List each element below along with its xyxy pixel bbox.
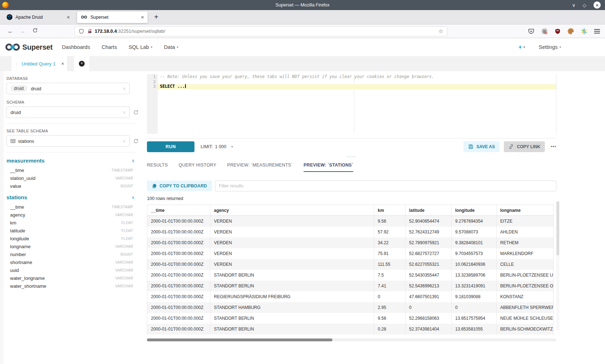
ublock-icon[interactable]: UO bbox=[555, 28, 561, 35]
table-row: 2000-01-01T00:00:00.000Z VERDEN 75.91 52… bbox=[147, 248, 553, 259]
shield-icon[interactable] bbox=[79, 28, 84, 34]
table-cell: 111.55 bbox=[374, 259, 405, 270]
column-name: shortname bbox=[10, 260, 32, 265]
run-button[interactable]: RUN bbox=[147, 141, 194, 152]
table-cell: 75.91 bbox=[374, 248, 405, 259]
table-cell: 0 bbox=[405, 302, 452, 313]
schema-table-stations[interactable]: stations bbox=[6, 194, 27, 200]
table-cell: 0 bbox=[452, 302, 497, 313]
schema-select[interactable]: druid ∨ bbox=[6, 106, 130, 118]
limit-value: 1 000 bbox=[215, 144, 226, 149]
add-query-tab-button[interactable]: + bbox=[74, 56, 89, 71]
nav-data[interactable]: Data▾ bbox=[164, 44, 178, 50]
table-cell: VERDEN bbox=[210, 216, 374, 227]
sql-statement-line: SELECT ... bbox=[158, 84, 556, 89]
window-maximize-icon[interactable]: ◇ bbox=[583, 3, 586, 8]
nav-dashboards[interactable]: Dashboards bbox=[62, 44, 90, 50]
horizontal-scrollbar-thumb[interactable] bbox=[147, 338, 332, 341]
vertical-scrollbar[interactable] bbox=[556, 201, 559, 330]
browser-tab-superset[interactable]: Superset × bbox=[77, 12, 148, 23]
firefox-icon bbox=[2, 2, 9, 8]
schema-label: SCHEMA bbox=[6, 100, 142, 104]
table-cell: 7.41 bbox=[374, 281, 405, 291]
nav-charts[interactable]: Charts bbox=[102, 44, 117, 50]
cookie-icon[interactable] bbox=[568, 28, 574, 35]
table-cell: 7.5 bbox=[374, 270, 405, 281]
sql-empty-line bbox=[158, 79, 556, 85]
pane-splitter[interactable]: •••• bbox=[147, 155, 556, 159]
table-cell: 2000-01-01T00:00:00.000Z bbox=[147, 302, 210, 313]
horizontal-scrollbar[interactable] bbox=[147, 338, 556, 341]
tab-preview-measurements[interactable]: PREVIEW: `MEASUREMENTS` bbox=[227, 159, 293, 172]
table-cell: VERDEN bbox=[210, 237, 374, 248]
column-header[interactable]: latitude bbox=[405, 205, 452, 215]
forward-icon[interactable]: → bbox=[17, 28, 29, 35]
settings-menu[interactable]: Settings▾ bbox=[539, 44, 561, 50]
column-header[interactable]: __time bbox=[147, 205, 210, 215]
column-header[interactable]: longname bbox=[497, 205, 553, 215]
tab-results[interactable]: RESULTS bbox=[147, 159, 168, 172]
table-cell: 13.6517575954 bbox=[452, 313, 497, 324]
table-cell: STANDORT BERLIN bbox=[210, 324, 374, 335]
pocket-icon[interactable] bbox=[528, 28, 534, 35]
tab-preview-stations[interactable]: PREVIEW: `STATIONS` bbox=[304, 159, 353, 172]
more-options-icon[interactable]: ••• bbox=[551, 144, 556, 149]
query-tabstrip: ⋮ Untitled Query 1 × + bbox=[0, 56, 605, 71]
tab-query-history[interactable]: QUERY HISTORY bbox=[179, 159, 216, 172]
browser-tab-apache-druid[interactable]: Apache Druid × bbox=[3, 12, 73, 23]
column-type: FLOAT bbox=[121, 229, 133, 233]
tab-close-icon[interactable]: × bbox=[141, 14, 144, 20]
window-minimize-icon[interactable]: ∨ bbox=[572, 3, 575, 8]
extension-asterisk-icon[interactable] bbox=[581, 28, 587, 35]
collapse-chevron-up-icon[interactable]: ∧ bbox=[131, 158, 135, 163]
editor-code[interactable]: -- Note: Unless you save your query, the… bbox=[158, 74, 556, 134]
table-cell: STANDORT BERLIN bbox=[210, 281, 374, 291]
refresh-schema-icon[interactable] bbox=[133, 110, 139, 115]
table-select[interactable]: stations ∨ bbox=[6, 135, 130, 147]
menu-icon[interactable] bbox=[594, 29, 600, 33]
column-name: value bbox=[10, 183, 21, 189]
brand-title[interactable]: Superset bbox=[22, 43, 53, 51]
back-icon[interactable]: ← bbox=[4, 28, 17, 35]
filter-results-input[interactable] bbox=[215, 181, 556, 191]
reload-icon[interactable] bbox=[29, 28, 41, 35]
schema-table-measurements[interactable]: measurements bbox=[6, 158, 45, 164]
tab-close-icon[interactable]: × bbox=[67, 14, 70, 20]
url-text: 172.18.0.4:32251/superset/sqllab/ bbox=[95, 28, 165, 34]
column-type: VARCHAR bbox=[115, 213, 133, 217]
refresh-table-icon[interactable] bbox=[133, 138, 139, 144]
query-tab-untitled-query-1[interactable]: ⋮ Untitled Query 1 × bbox=[11, 56, 68, 71]
copy-to-clipboard-button[interactable]: COPY TO CLIPBOARD bbox=[147, 181, 212, 191]
privacy-badger-icon[interactable] bbox=[541, 28, 548, 35]
url-field[interactable]: 172.18.0.4:32251/superset/sqllab/ ☆ bbox=[75, 26, 447, 36]
new-tab-button[interactable]: + bbox=[154, 13, 158, 21]
table-cell: AHLDEN bbox=[497, 227, 553, 237]
nav-sql-lab[interactable]: SQL Lab▾ bbox=[129, 44, 152, 50]
column-header[interactable]: km bbox=[374, 205, 405, 215]
table-cell: 13.653581055 bbox=[452, 324, 497, 335]
copy-link-button[interactable]: COPY LINK bbox=[504, 141, 545, 152]
schema-column-row: uuid VARCHAR bbox=[6, 266, 133, 274]
insecure-lock-icon[interactable] bbox=[87, 28, 93, 34]
table-value: stations bbox=[18, 138, 34, 144]
url-path: :32251/superset/sqllab/ bbox=[117, 28, 165, 34]
bookmark-star-icon[interactable]: ☆ bbox=[439, 28, 443, 35]
query-tab-label: Untitled Query 1 bbox=[22, 61, 55, 67]
table-cell: 2000-01-01T00:00:00.000Z bbox=[147, 324, 210, 335]
limit-dropdown[interactable]: LIMIT: 1 000 ▾ bbox=[201, 144, 233, 149]
database-select[interactable]: druid druid ∨ bbox=[6, 83, 130, 94]
query-tab-close-icon[interactable]: × bbox=[61, 61, 64, 67]
drag-handle-icon[interactable]: ⋮ bbox=[15, 61, 19, 66]
collapse-chevron-up-icon[interactable]: ∧ bbox=[131, 195, 135, 200]
column-type: VARCHAR bbox=[115, 176, 133, 180]
new-item-button[interactable]: +▾ bbox=[519, 44, 525, 51]
save-as-button[interactable]: SAVE AS bbox=[463, 141, 499, 152]
table-cell: 57.92 bbox=[374, 227, 405, 237]
window-close-icon[interactable]: × bbox=[593, 1, 601, 9]
rows-returned-text: 100 rows returned bbox=[147, 196, 556, 201]
sql-editor[interactable]: 1 2 3 -- Note: Unless you save your quer… bbox=[147, 74, 556, 134]
column-header[interactable]: agency bbox=[210, 205, 374, 215]
table-cell: BERLIN-PLOETZENSEE OP bbox=[497, 281, 553, 291]
vertical-scrollbar-thumb[interactable] bbox=[556, 201, 559, 255]
column-header[interactable]: longitude bbox=[452, 205, 497, 215]
